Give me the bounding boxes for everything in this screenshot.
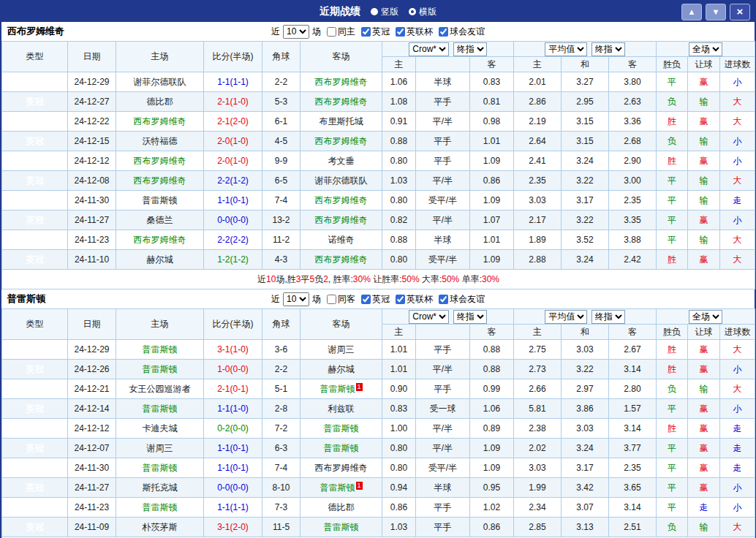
league-filter-checkbox[interactable]: 球会友谊 [436, 26, 485, 38]
match-row: 英冠 24-11-30 普雷斯顿 1-1(0-1) 7-4 西布罗姆维奇 0.8… [2, 458, 755, 478]
result-wdl-cell: 平 [657, 458, 688, 478]
asian-line-cell: 半球 [416, 72, 470, 92]
corner-cell: 6-5 [262, 171, 300, 191]
recent-count-select[interactable]: 10 [283, 292, 309, 306]
same-venue-checkbox-home[interactable]: 同主 [324, 26, 355, 38]
euro-home-odds-cell: 2.02 [514, 439, 562, 458]
date-cell: 24-11-09 [68, 518, 116, 537]
asian-line-cell: 平手 [416, 92, 470, 112]
scroll-up-button[interactable]: ▲ [681, 4, 702, 20]
asian-stage-select[interactable]: 终指 [453, 42, 487, 56]
close-button[interactable]: × [730, 4, 750, 20]
asian-away-odds-cell: 0.88 [470, 360, 514, 379]
asian-away-odds-cell: 0.89 [470, 419, 514, 439]
away-team-cell: 考文垂 [300, 151, 382, 171]
league-filter-checkbox[interactable]: 英联杯 [393, 293, 433, 306]
full-match-select[interactable]: 全场 [689, 42, 722, 56]
league-filter-checkbox-input[interactable] [396, 295, 405, 304]
match-row: 英冠 24-12-12 西布罗姆维奇 2-0(1-0) 9-9 考文垂 0.80… [2, 151, 755, 171]
matches-label: 场 [312, 26, 321, 38]
league-filter-checkbox-input[interactable] [396, 27, 405, 37]
result-goals-cell: 走 [720, 191, 755, 211]
score-cell: 1-2(1-2) [204, 250, 262, 270]
window-title: 近期战绩 [320, 5, 360, 18]
asian-stage-select[interactable]: 终指 [453, 310, 487, 324]
matches-label: 场 [312, 293, 321, 306]
euro-draw-odds-cell: 3.27 [562, 72, 609, 92]
away-team-cell: 普雷斯顿 [300, 439, 382, 458]
result-goals-cell: 小 [720, 151, 755, 171]
away-team-cell: 赫尔城 [300, 360, 382, 379]
bookmaker-select[interactable]: Crow* [409, 42, 449, 56]
layout-option-horizontal-label: 横版 [419, 6, 436, 18]
score-cell: 3-1(1-0) [204, 340, 262, 360]
scroll-down-button[interactable]: ▼ [706, 4, 726, 20]
layout-option-vertical[interactable]: 竖版 [371, 6, 398, 18]
result-wdl-cell: 负 [657, 518, 688, 537]
league-filter-checkbox-input[interactable] [439, 27, 448, 37]
result-handicap-cell: 输 [688, 379, 720, 399]
summary-row-home: 近10场,胜3平5负2, 胜率:30% 让胜率:50% 大率:50% 单率:30… [2, 270, 755, 289]
layout-option-horizontal[interactable]: 横版 [409, 6, 436, 18]
asian-line-cell: 受平/半 [416, 191, 470, 211]
sub-asian-away-header: 客 [470, 325, 514, 340]
euro-away-odds-cell: 2.90 [609, 151, 657, 171]
home-team-cell: 德比郡 [116, 92, 204, 112]
asian-away-odds-cell: 0.83 [470, 72, 514, 92]
away-team-cell: 诺维奇 [300, 230, 382, 250]
league-filter-checkbox[interactable]: 英冠 [358, 26, 390, 38]
asian-line-cell: 平/半 [416, 171, 470, 191]
euro-stage-select[interactable]: 终指 [591, 42, 625, 56]
result-wdl-cell: 平 [657, 230, 688, 250]
match-row: 英冠 24-12-22 西布罗姆维奇 2-1(2-0) 6-1 布里斯托城 0.… [2, 112, 755, 132]
euro-draw-odds-cell: 3.03 [562, 340, 609, 360]
result-handicap-cell: 赢 [688, 478, 720, 498]
result-goals-cell: 大 [720, 230, 755, 250]
result-handicap-cell: 赢 [688, 399, 720, 419]
arrow-up-icon: ▲ [688, 7, 696, 16]
asian-away-odds-cell: 1.07 [470, 211, 514, 230]
result-wdl-cell: 平 [657, 171, 688, 191]
asian-away-odds-cell: 1.01 [470, 132, 514, 151]
average-select[interactable]: 平均值 [545, 42, 587, 56]
asian-line-cell: 平/半 [416, 439, 470, 458]
date-cell: 24-12-08 [68, 171, 116, 191]
home-team-cell: 沃特福德 [116, 132, 204, 151]
result-goals-cell: 小 [720, 498, 755, 518]
same-venue-checkbox-away[interactable]: 同客 [324, 293, 355, 306]
score-cell: 1-1(0-1) [204, 458, 262, 478]
result-goals-cell: 大 [720, 92, 755, 112]
league-filter-checkbox-input[interactable] [361, 295, 371, 304]
away-team-cell: 普雷斯顿1 [300, 379, 382, 399]
average-select[interactable]: 平均值 [545, 310, 587, 324]
euro-stage-select[interactable]: 终指 [591, 310, 625, 324]
same-venue-checkbox-input[interactable] [327, 27, 336, 37]
asian-line-cell: 平手 [416, 151, 470, 171]
match-row: 英冠 24-12-21 女王公园巡游者 2-1(0-1) 5-1 普雷斯顿1 0… [2, 379, 755, 399]
away-team-cell: 西布罗姆维奇 [300, 458, 382, 478]
league-filter-checkbox-input[interactable] [361, 27, 371, 37]
sub-euro-home-header: 主 [514, 325, 562, 340]
asian-line-cell: 受一球 [416, 399, 470, 419]
euro-draw-odds-cell: 3.07 [562, 498, 609, 518]
asian-away-odds-cell: 0.95 [470, 478, 514, 498]
bookmaker-select[interactable]: Crow* [409, 310, 449, 324]
result-handicap-cell: 赢 [688, 211, 720, 230]
league-filter-checkbox[interactable]: 英联杯 [393, 26, 433, 38]
home-team-cell: 普雷斯顿 [116, 498, 204, 518]
asian-home-odds-cell: 0.80 [382, 191, 416, 211]
same-venue-checkbox-input[interactable] [327, 295, 336, 304]
recent-count-select[interactable]: 10 [283, 25, 309, 39]
league-filter-checkbox-input[interactable] [439, 295, 448, 304]
asian-line-cell: 平/半 [416, 211, 470, 230]
league-filter-checkbox[interactable]: 英冠 [358, 293, 390, 306]
result-goals-cell: 大 [720, 518, 755, 537]
result-goals-cell: 走 [720, 419, 755, 439]
asian-line-cell: 半球 [416, 230, 470, 250]
result-handicap-cell: 赢 [688, 419, 720, 439]
full-match-select[interactable]: 全场 [689, 310, 722, 324]
score-cell: 2-2(1-2) [204, 171, 262, 191]
asian-line-cell: 受平/半 [416, 250, 470, 270]
league-filter-checkbox[interactable]: 球会友谊 [436, 293, 485, 306]
result-handicap-cell: 输 [688, 171, 720, 191]
